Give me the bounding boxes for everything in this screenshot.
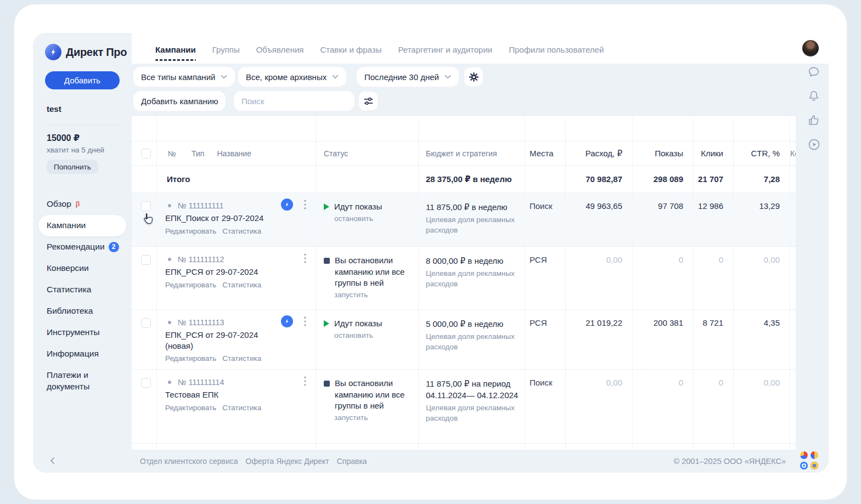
nav-tab[interactable]: Ретаргетинг и аудитории: [398, 43, 492, 54]
row-checkbox[interactable]: [141, 318, 151, 328]
row-checkbox[interactable]: [141, 378, 151, 388]
filter-settings-button[interactable]: [359, 92, 378, 110]
status-text: Вы остановили кампанию или все группы в …: [335, 378, 413, 412]
balance-amount: 15000 ₽: [47, 133, 80, 143]
ctr-value: 4,35: [733, 310, 790, 370]
row-menu-icon[interactable]: [304, 200, 306, 212]
sidebar-menu-item[interactable]: Статистика: [38, 279, 126, 301]
nav-tab[interactable]: Объявления: [256, 43, 304, 54]
nav-tab[interactable]: Профили пользователей: [509, 43, 604, 54]
beta-badge: β: [76, 199, 80, 209]
add-button[interactable]: Добавить: [45, 71, 120, 89]
sidebar-menu-item[interactable]: Библиотека: [38, 301, 126, 322]
col-number: №: [168, 149, 176, 158]
row-menu-icon[interactable]: [304, 253, 306, 265]
col-name: Название: [217, 149, 251, 158]
topup-button[interactable]: Пополнить: [47, 160, 98, 174]
chevron-down-icon: [221, 75, 227, 79]
footer-link[interactable]: Отдел клиентского сервиса: [140, 457, 238, 466]
status-icon: [324, 320, 329, 327]
stats-link[interactable]: Статистика: [222, 404, 261, 412]
stats-link[interactable]: Статистика: [222, 227, 261, 235]
avatar[interactable]: [802, 40, 819, 56]
sidebar-menu-item-label: Библиотека: [47, 305, 93, 317]
footer-link[interactable]: Оферта Яндекс Директ: [246, 457, 329, 466]
select-all-checkbox[interactable]: [141, 149, 151, 158]
sidebar-menu: Обзор β Кампании Рекомендации 2 Конверси…: [33, 194, 132, 398]
nav-tab[interactable]: Ставки и фразы: [320, 43, 381, 54]
clicks-value: 0: [693, 247, 733, 310]
places-value: Поиск: [525, 193, 565, 247]
campaign-type-filter[interactable]: Все типы кампаний: [133, 67, 235, 87]
status-action-link[interactable]: остановить: [334, 331, 418, 339]
campaign-name[interactable]: ЕПК_РСЯ от 29-07-2024 (новая): [165, 330, 283, 351]
sidebar-menu-item[interactable]: Обзор β: [38, 194, 126, 215]
nav-tab-label: Ретаргетинг и аудитории: [398, 45, 492, 54]
edit-link[interactable]: Редактировать: [165, 227, 216, 235]
edit-link[interactable]: Редактировать: [165, 354, 216, 363]
add-campaign-button[interactable]: Добавить кампанию: [133, 91, 226, 111]
sidebar-menu-item[interactable]: Платежи и документы: [38, 365, 126, 398]
sidebar-menu-item[interactable]: Инструменты: [38, 322, 126, 343]
settings-button[interactable]: [464, 67, 483, 86]
sidebar-menu-item-label: Рекомендации: [47, 241, 105, 253]
impressions-value: 0: [632, 444, 693, 450]
count-badge: 2: [109, 242, 119, 252]
clicks-value: 0: [693, 444, 733, 450]
sidebar-menu-item[interactable]: Кампании: [38, 215, 126, 236]
edit-link[interactable]: Редактировать: [165, 281, 216, 289]
ctr-value: 0,00: [733, 247, 790, 310]
footer-link[interactable]: Справка: [337, 457, 367, 466]
service-icon: [800, 451, 808, 459]
row-menu-icon[interactable]: [304, 376, 306, 388]
nav-tab-label: Группы: [212, 45, 240, 54]
nav-tab[interactable]: Кампании: [155, 43, 196, 54]
sidebar-menu-item[interactable]: Конверсии: [38, 258, 126, 279]
stats-link[interactable]: Статистика: [222, 354, 261, 363]
status-icon: [324, 258, 330, 264]
campaign-name[interactable]: ЕПК_РСЯ от 29-07-2024: [165, 267, 283, 278]
chevron-down-icon: [332, 75, 339, 79]
totals-impressions: 298 089: [632, 166, 693, 193]
campaign-name[interactable]: Тестовая ЕПК: [165, 389, 283, 400]
archive-filter[interactable]: Все, кроме архивных: [238, 67, 346, 87]
period-filter[interactable]: Последние 30 дней: [357, 67, 459, 87]
row-checkbox[interactable]: [141, 255, 151, 265]
sidebar-menu-item[interactable]: Рекомендации 2: [38, 236, 126, 258]
chat-icon[interactable]: [807, 65, 821, 79]
sidebar-menu-item-label: Кампании: [47, 220, 86, 231]
row-menu-icon[interactable]: [304, 316, 306, 329]
totals-budget: 28 375,00 ₽ в неделю: [418, 166, 525, 193]
video-play-icon[interactable]: [807, 137, 821, 151]
thumbs-up-icon[interactable]: [807, 113, 821, 127]
totals-clicks: 21 707: [693, 166, 733, 193]
sidebar-menu-item-label: Статистика: [47, 284, 91, 296]
app-surface: Директ Про Добавить test 15000 ₽ хватит …: [33, 33, 829, 473]
collapse-sidebar-icon[interactable]: [48, 456, 57, 467]
stats-link[interactable]: Статистика: [222, 281, 261, 289]
search-input[interactable]: [234, 91, 354, 111]
row-checkbox[interactable]: [141, 201, 151, 211]
sidebar: Директ Про Добавить test 15000 ₽ хватит …: [33, 33, 132, 450]
clicks-value: 12 986: [693, 193, 733, 247]
table-row: № 111111113 ЕПК_РСЯ от 29-07-2024 (новая…: [132, 310, 796, 370]
campaign-name[interactable]: ЕПК_Поиск от 29-07-2024: [165, 213, 283, 224]
status-action-link[interactable]: остановить: [334, 214, 418, 223]
edit-link[interactable]: Редактировать: [165, 404, 216, 412]
places-value: Поиск: [525, 444, 565, 450]
totals-ctr: 7,28: [733, 166, 790, 193]
status-action-link[interactable]: запустить: [334, 291, 418, 299]
yandex-services-icons[interactable]: [800, 451, 819, 470]
direct-pro-logo-icon: [45, 44, 61, 60]
service-icon: [800, 462, 808, 469]
status-action-link[interactable]: запустить: [334, 414, 418, 422]
budget-value: 8 000,00 ₽ в неделю: [426, 255, 525, 267]
ctr-value: 0,00: [733, 444, 790, 450]
table-row: № 111111115 Вы остановили 500,00 ₽ в ден…: [132, 444, 796, 450]
notifications-bell-icon[interactable]: [807, 89, 821, 103]
nav-tab[interactable]: Группы: [212, 43, 240, 54]
campaign-number: № 111111113: [178, 318, 224, 327]
top-nav: КампанииГруппыОбъявленияСтавки и фразыРе…: [132, 33, 829, 64]
campaign-number: № 111111111: [178, 201, 224, 210]
sidebar-menu-item[interactable]: Информация: [38, 343, 126, 365]
